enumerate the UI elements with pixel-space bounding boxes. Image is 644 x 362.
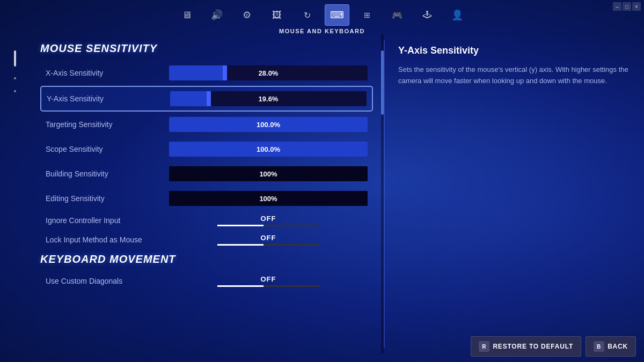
back-label: BACK: [608, 343, 628, 350]
nav-icon-audio[interactable]: 🔊: [204, 4, 229, 26]
setting-row-targeting[interactable]: Targeting Sensitivity 100.0%: [40, 113, 373, 136]
custom-diagonals-value: OFF: [261, 275, 276, 283]
x-axis-value: 28.0%: [259, 69, 279, 77]
building-slider[interactable]: 100%: [169, 166, 368, 181]
sidebar-dot-1: [14, 77, 16, 79]
sidebar-dot-2: [14, 90, 16, 92]
editing-slider[interactable]: 100%: [169, 191, 368, 206]
lock-input-label: Lock Input Method as Mouse: [46, 235, 169, 244]
y-axis-fill: [170, 91, 209, 106]
nav-icon-controller2[interactable]: 🎮: [385, 4, 409, 26]
nav-icon-keyboard[interactable]: ⌨: [325, 4, 349, 26]
y-axis-label: Y-Axis Sensitivity: [47, 94, 170, 103]
nav-icon-reset[interactable]: ↻: [295, 4, 319, 26]
info-description: Sets the sensitivity of the mouse's vert…: [398, 64, 631, 87]
titlebar: – □ ×: [610, 0, 644, 13]
back-button[interactable]: B BACK: [586, 336, 636, 357]
x-axis-slider[interactable]: 28.0%: [169, 65, 368, 80]
sidebar-scroll-indicator: [14, 50, 16, 67]
scope-control[interactable]: 100.0%: [169, 142, 368, 157]
toggle-row-ignore-controller[interactable]: Ignore Controller Input OFF: [40, 211, 373, 230]
targeting-slider[interactable]: 100.0%: [169, 117, 368, 132]
nav-icon-controller[interactable]: 🕹: [415, 4, 440, 26]
keyboard-movement-title: KEYBOARD MOVEMENT: [40, 253, 373, 265]
y-axis-value: 19.6%: [259, 95, 279, 103]
close-button[interactable]: ×: [632, 2, 641, 11]
nav-icon-video[interactable]: 🖼: [265, 4, 289, 26]
settings-panel: MOUSE SENSITIVITY X-Axis Sensitivity 28.…: [30, 34, 384, 353]
x-axis-fill: [169, 65, 225, 80]
custom-diagonals-label: Use Custom Diagonals: [46, 277, 169, 285]
editing-value: 100%: [259, 195, 277, 203]
targeting-label: Targeting Sensitivity: [46, 120, 169, 129]
setting-row-x-axis[interactable]: X-Axis Sensitivity 28.0%: [40, 61, 373, 85]
scope-label: Scope Sensitivity: [46, 145, 169, 153]
editing-control[interactable]: 100%: [169, 191, 368, 206]
targeting-control[interactable]: 100.0%: [169, 117, 368, 132]
main-layout: MOUSE SENSITIVITY X-Axis Sensitivity 28.…: [0, 34, 644, 353]
setting-row-editing[interactable]: Editing Sensitivity 100%: [40, 187, 373, 210]
ignore-controller-label: Ignore Controller Input: [46, 216, 169, 225]
left-sidebar: [0, 34, 30, 353]
restore-icon: R: [479, 341, 489, 352]
targeting-value: 100.0%: [257, 121, 280, 129]
info-panel: Y-Axis Sensitivity Sets the sensitivity …: [385, 34, 644, 353]
x-axis-control[interactable]: 28.0%: [169, 65, 368, 80]
bottom-bar: R RESTORE TO DEFAULT B BACK: [463, 331, 644, 362]
info-title: Y-Axis Sensitivity: [398, 45, 631, 56]
minimize-button[interactable]: –: [613, 2, 621, 11]
scroll-thumb[interactable]: [381, 50, 384, 115]
scope-value: 100.0%: [257, 145, 280, 153]
lock-input-fill: [217, 244, 264, 246]
nav-title: MOUSE AND KEYBOARD: [279, 28, 365, 34]
editing-label: Editing Sensitivity: [46, 194, 169, 203]
nav-icon-display[interactable]: 🖥: [174, 4, 199, 26]
x-axis-label: X-Axis Sensitivity: [46, 69, 169, 77]
scroll-track[interactable]: [381, 34, 384, 353]
ignore-controller-fill: [217, 225, 264, 226]
y-axis-slider[interactable]: 19.6%: [170, 91, 367, 106]
x-axis-thumb[interactable]: [223, 65, 227, 80]
lock-input-value: OFF: [261, 234, 276, 242]
restore-default-label: RESTORE TO DEFAULT: [493, 343, 573, 350]
nav-icon-row: 🖥 🔊 ⚙ 🖼 ↻ ⌨ ⊞ 🎮 🕹 👤: [174, 4, 470, 26]
scope-slider[interactable]: 100.0%: [169, 142, 368, 157]
custom-diagonals-fill: [217, 285, 264, 287]
custom-diagonals-control[interactable]: OFF: [169, 275, 368, 287]
back-icon: B: [594, 341, 604, 352]
maximize-button[interactable]: □: [623, 2, 631, 11]
lock-input-control[interactable]: OFF: [169, 234, 368, 246]
custom-diagonals-track[interactable]: [217, 285, 319, 287]
setting-row-scope[interactable]: Scope Sensitivity 100.0%: [40, 137, 373, 161]
ignore-controller-track[interactable]: [217, 225, 319, 226]
building-label: Building Sensitivity: [46, 169, 169, 178]
toggle-row-custom-diagonals[interactable]: Use Custom Diagonals OFF: [40, 272, 373, 290]
mouse-sensitivity-title: MOUSE SENSITIVITY: [40, 42, 373, 55]
ignore-controller-value: OFF: [261, 215, 276, 223]
restore-default-button[interactable]: R RESTORE TO DEFAULT: [471, 336, 581, 357]
setting-row-building[interactable]: Building Sensitivity 100%: [40, 162, 373, 186]
ignore-controller-control[interactable]: OFF: [169, 215, 368, 226]
toggle-row-lock-input[interactable]: Lock Input Method as Mouse OFF: [40, 231, 373, 249]
nav-icon-network[interactable]: ⊞: [355, 4, 379, 26]
y-axis-control[interactable]: 19.6%: [170, 91, 367, 106]
setting-row-y-axis[interactable]: Y-Axis Sensitivity 19.6%: [40, 86, 373, 112]
y-axis-thumb[interactable]: [207, 91, 211, 106]
nav-icon-account[interactable]: 👤: [445, 4, 470, 26]
building-value: 100%: [259, 170, 277, 178]
lock-input-track[interactable]: [217, 244, 319, 246]
top-navigation: 🖥 🔊 ⚙ 🖼 ↻ ⌨ ⊞ 🎮 🕹 👤 MOUSE AND KEYBOARD: [0, 0, 644, 34]
nav-icon-settings[interactable]: ⚙: [235, 4, 259, 26]
building-control[interactable]: 100%: [169, 166, 368, 181]
